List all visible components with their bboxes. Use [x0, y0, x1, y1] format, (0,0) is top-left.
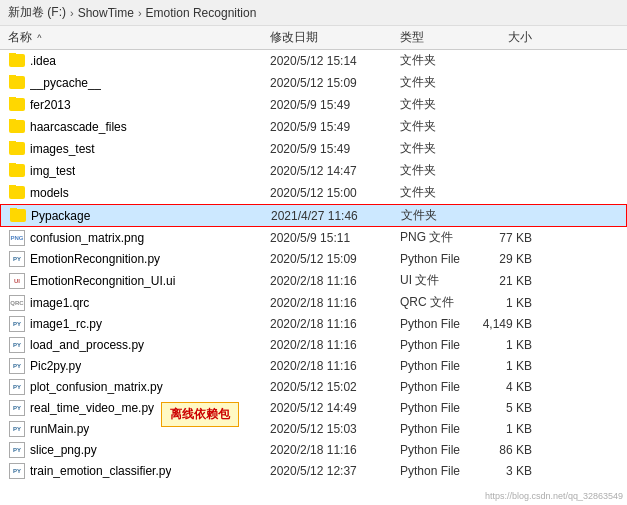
file-date: 2020/2/18 11:16	[270, 359, 400, 373]
python-icon: PY	[8, 251, 26, 267]
file-name: PY load_and_process.py	[0, 337, 270, 353]
table-row[interactable]: PY runMain.py 2020/5/12 15:03 Python Fil…	[0, 419, 627, 440]
file-date: 2020/5/9 15:49	[270, 98, 400, 112]
file-type: 文件夹	[400, 140, 480, 157]
file-size: 3 KB	[480, 464, 540, 478]
col-date-header[interactable]: 修改日期	[270, 29, 400, 46]
table-row[interactable]: PY image1_rc.py 2020/2/18 11:16 Python F…	[0, 314, 627, 335]
table-row[interactable]: PY train_emotion_classifier.py 2020/5/12…	[0, 461, 627, 482]
column-header: 名称 ^ 修改日期 类型 大小	[0, 26, 627, 50]
file-name: PY EmotionRecongnition.py	[0, 251, 270, 267]
file-name-text: EmotionRecongnition.py	[30, 252, 160, 266]
file-size: 1 KB	[480, 296, 540, 310]
sort-arrow-icon: ^	[37, 33, 41, 43]
folder-icon	[9, 208, 27, 224]
title-bar: 新加卷 (F:) › ShowTime › Emotion Recognitio…	[0, 0, 627, 26]
col-type-header[interactable]: 类型	[400, 29, 480, 46]
file-date: 2020/5/12 15:02	[270, 380, 400, 394]
file-name: PNG confusion_matrix.png	[0, 230, 270, 246]
file-name-text: slice_png.py	[30, 443, 97, 457]
file-name-text: models	[30, 186, 69, 200]
file-type: Python File	[400, 401, 480, 415]
table-row[interactable]: PY EmotionRecongnition.py 2020/5/12 15:0…	[0, 249, 627, 270]
file-name-text: .idea	[30, 54, 56, 68]
file-type: 文件夹	[400, 52, 480, 69]
file-name: img_test	[0, 163, 270, 179]
folder-icon	[8, 53, 26, 69]
file-type: 文件夹	[400, 96, 480, 113]
file-name-text: Pypackage	[31, 209, 90, 223]
file-name-text: confusion_matrix.png	[30, 231, 144, 245]
file-type: Python File	[400, 380, 480, 394]
file-name-text: fer2013	[30, 98, 71, 112]
table-row[interactable]: PNG confusion_matrix.png 2020/5/9 15:11 …	[0, 227, 627, 249]
folder-icon	[8, 141, 26, 157]
file-date: 2020/5/12 15:09	[270, 76, 400, 90]
file-date: 2020/5/12 15:00	[270, 186, 400, 200]
file-size: 4,149 KB	[480, 317, 540, 331]
file-date: 2020/5/9 15:49	[270, 120, 400, 134]
file-name: images_test	[0, 141, 270, 157]
col-size-header[interactable]: 大小	[480, 29, 540, 46]
file-name-text: real_time_video_me.py	[30, 401, 154, 415]
folder-icon	[8, 163, 26, 179]
file-size: 21 KB	[480, 274, 540, 288]
file-list: .idea 2020/5/12 15:14 文件夹 __pycache__ 20…	[0, 50, 627, 495]
file-type: Python File	[400, 252, 480, 266]
table-row[interactable]: __pycache__ 2020/5/12 15:09 文件夹	[0, 72, 627, 94]
file-type: Python File	[400, 464, 480, 478]
file-date: 2020/2/18 11:16	[270, 338, 400, 352]
tooltip-offline-deps: 离线依赖包	[161, 402, 239, 427]
file-name: __pycache__	[0, 75, 270, 91]
file-name: PY Pic2py.py	[0, 358, 270, 374]
file-name: QRC image1.qrc	[0, 295, 270, 311]
file-name: .idea	[0, 53, 270, 69]
breadcrumb-folder2[interactable]: Emotion Recognition	[146, 6, 257, 20]
file-size: 1 KB	[480, 422, 540, 436]
table-row[interactable]: images_test 2020/5/9 15:49 文件夹	[0, 138, 627, 160]
table-row[interactable]: PY slice_png.py 2020/2/18 11:16 Python F…	[0, 440, 627, 461]
file-date: 2020/2/18 11:16	[270, 443, 400, 457]
table-row[interactable]: haarcascade_files 2020/5/9 15:49 文件夹	[0, 116, 627, 138]
file-name-text: image1_rc.py	[30, 317, 102, 331]
file-name-text: image1.qrc	[30, 296, 89, 310]
table-row[interactable]: .idea 2020/5/12 15:14 文件夹	[0, 50, 627, 72]
file-type: 文件夹	[400, 162, 480, 179]
file-name-text: train_emotion_classifier.py	[30, 464, 171, 478]
table-row[interactable]: PY plot_confusion_matrix.py 2020/5/12 15…	[0, 377, 627, 398]
file-name-text: runMain.py	[30, 422, 89, 436]
file-size: 77 KB	[480, 231, 540, 245]
table-row[interactable]: fer2013 2020/5/9 15:49 文件夹	[0, 94, 627, 116]
breadcrumb-sep-2: ›	[138, 7, 142, 19]
file-size: 29 KB	[480, 252, 540, 266]
file-size: 1 KB	[480, 338, 540, 352]
breadcrumb-drive[interactable]: 新加卷 (F:)	[8, 4, 66, 21]
table-row[interactable]: QRC image1.qrc 2020/2/18 11:16 QRC 文件 1 …	[0, 292, 627, 314]
file-type: Python File	[400, 317, 480, 331]
file-date: 2020/2/18 11:16	[270, 274, 400, 288]
file-name: PY plot_confusion_matrix.py	[0, 379, 270, 395]
table-row[interactable]: img_test 2020/5/12 14:47 文件夹	[0, 160, 627, 182]
file-date: 2020/2/18 11:16	[270, 296, 400, 310]
file-name: PY image1_rc.py	[0, 316, 270, 332]
file-date: 2020/5/12 15:09	[270, 252, 400, 266]
python-icon: PY	[8, 442, 26, 458]
file-size: 5 KB	[480, 401, 540, 415]
table-row[interactable]: PY Pic2py.py 2020/2/18 11:16 Python File…	[0, 356, 627, 377]
folder-icon	[8, 185, 26, 201]
table-row[interactable]: Pypackage 2021/4/27 11:46 文件夹 离线依赖包	[0, 204, 627, 227]
table-row[interactable]: models 2020/5/12 15:00 文件夹	[0, 182, 627, 204]
png-icon: PNG	[8, 230, 26, 246]
file-name-text: img_test	[30, 164, 75, 178]
table-row[interactable]: UI EmotionRecongnition_UI.ui 2020/2/18 1…	[0, 270, 627, 292]
watermark: https://blog.csdn.net/qq_32863549	[485, 491, 623, 501]
col-name-header[interactable]: 名称 ^	[0, 29, 270, 46]
file-name-text: EmotionRecongnition_UI.ui	[30, 274, 175, 288]
file-name-text: images_test	[30, 142, 95, 156]
file-date: 2020/5/12 14:47	[270, 164, 400, 178]
file-name-text: load_and_process.py	[30, 338, 144, 352]
file-type: 文件夹	[400, 118, 480, 135]
breadcrumb-folder1[interactable]: ShowTime	[78, 6, 134, 20]
table-row[interactable]: PY real_time_video_me.py 2020/5/12 14:49…	[0, 398, 627, 419]
table-row[interactable]: PY load_and_process.py 2020/2/18 11:16 P…	[0, 335, 627, 356]
